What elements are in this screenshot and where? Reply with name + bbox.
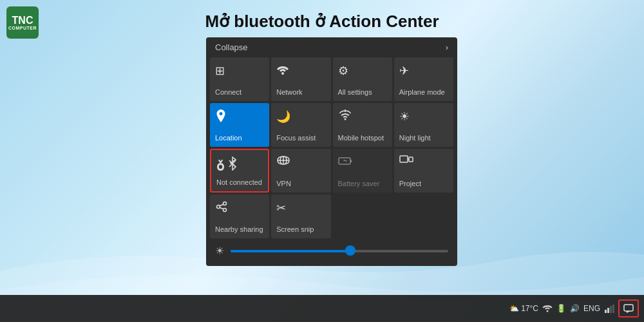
- taskbar-language[interactable]: ENG: [583, 304, 600, 313]
- vpn-icon: [276, 155, 290, 169]
- tile-vpn[interactable]: VPN: [271, 149, 330, 193]
- svg-point-0: [281, 72, 284, 75]
- svg-line-13: [220, 204, 223, 206]
- brightness-slider-thumb[interactable]: [345, 245, 355, 256]
- weather-temp: 17°C: [521, 304, 538, 313]
- brightness-icon: ☀: [215, 245, 224, 257]
- quick-actions-grid: ⊞ Connect Network ⚙ All settings ✈ Airpl…: [206, 57, 457, 193]
- svg-rect-16: [605, 310, 607, 313]
- brightness-slider-fill: [231, 250, 350, 252]
- svg-point-1: [220, 112, 223, 115]
- tile-connect[interactable]: ⊞ Connect: [210, 57, 269, 101]
- tile-vpn-label: VPN: [276, 180, 291, 188]
- tile-airplane-label: Airplane mode: [399, 88, 445, 97]
- svg-rect-17: [607, 308, 609, 313]
- tile-location-label: Location: [215, 134, 242, 142]
- svg-line-14: [220, 207, 223, 209]
- nearby-sharing-icon: [215, 201, 228, 216]
- battery-saver-icon: [338, 155, 352, 169]
- svg-point-11: [223, 202, 227, 205]
- svg-rect-20: [624, 305, 633, 311]
- tile-hotspot-label: Mobile hotspot: [338, 134, 384, 142]
- quick-actions-grid-bottom: Nearby sharing ✂ Screen snip: [206, 194, 457, 238]
- tile-night-light[interactable]: ☀ Night light: [394, 103, 453, 147]
- svg-point-15: [546, 310, 548, 312]
- svg-point-12: [223, 209, 227, 212]
- project-icon: [399, 155, 413, 169]
- tile-screen-snip[interactable]: ✂ Screen snip: [271, 194, 330, 238]
- taskbar-weather: ⛅ 17°C: [509, 304, 538, 313]
- svg-point-2: [344, 118, 346, 120]
- tile-network[interactable]: Network: [271, 57, 330, 101]
- tile-project-label: Project: [399, 180, 421, 188]
- collapse-button[interactable]: Collapse ›: [206, 37, 457, 57]
- tile-focus-assist[interactable]: 🌙 Focus assist: [271, 103, 330, 147]
- tile-location[interactable]: Location: [210, 103, 269, 147]
- action-center-button[interactable]: [618, 299, 639, 317]
- tile-nearby-sharing-label: Nearby sharing: [215, 225, 263, 234]
- svg-rect-8: [409, 157, 413, 162]
- location-icon: [215, 109, 227, 126]
- svg-point-10: [217, 205, 220, 209]
- taskbar-network-icon[interactable]: [542, 304, 553, 313]
- settings-icon: ⚙: [338, 64, 348, 78]
- tile-focus-assist-label: Focus assist: [276, 134, 316, 142]
- tile-connect-label: Connect: [215, 88, 242, 97]
- screen-snip-icon: ✂: [276, 201, 286, 215]
- tile-airplane-mode[interactable]: ✈ Airplane mode: [394, 57, 453, 101]
- taskbar-volume-icon[interactable]: 🔊: [570, 304, 580, 313]
- tile-screen-snip-label: Screen snip: [276, 225, 314, 234]
- tile-nearby-sharing[interactable]: Nearby sharing: [210, 194, 269, 238]
- network-icon: [276, 64, 289, 79]
- bluetooth-icon: ǒ: [216, 156, 237, 174]
- weather-icon: ⛅: [509, 304, 519, 313]
- action-center-panel: Collapse › ⊞ Connect Network ⚙ All setti…: [206, 37, 457, 266]
- brightness-slider-track[interactable]: [231, 250, 448, 252]
- night-light-icon: ☀: [399, 109, 410, 124]
- focus-assist-icon: 🌙: [276, 109, 290, 124]
- connect-icon: ⊞: [215, 64, 225, 78]
- taskbar-battery-icon[interactable]: 🔋: [556, 304, 566, 313]
- tile-settings-label: All settings: [338, 88, 372, 97]
- tile-bluetooth[interactable]: ǒ Not connected: [210, 149, 269, 193]
- tile-network-label: Network: [276, 88, 302, 97]
- tile-battery-saver-label: Battery saver: [338, 180, 380, 188]
- taskbar: ⛅ 17°C 🔋 🔊 ENG: [0, 295, 644, 322]
- svg-rect-7: [400, 156, 408, 162]
- brightness-control: ☀: [206, 238, 457, 260]
- tile-battery-saver[interactable]: Battery saver: [333, 149, 392, 193]
- hotspot-icon: [338, 109, 352, 124]
- tile-bluetooth-label: Not connected: [216, 178, 262, 187]
- svg-rect-6: [350, 160, 352, 162]
- tile-project[interactable]: Project: [394, 149, 453, 193]
- svg-rect-18: [610, 306, 612, 313]
- tile-mobile-hotspot[interactable]: Mobile hotspot: [333, 103, 392, 147]
- airplane-icon: ✈: [399, 64, 409, 78]
- tile-night-light-label: Night light: [399, 134, 431, 142]
- collapse-label: Collapse: [215, 43, 248, 52]
- taskbar-network-signal: [604, 304, 614, 313]
- page-title: Mở bluetooth ở Action Center: [0, 12, 644, 32]
- svg-rect-19: [612, 305, 614, 313]
- tile-all-settings[interactable]: ⚙ All settings: [333, 57, 392, 101]
- collapse-chevron-icon: ›: [446, 43, 448, 52]
